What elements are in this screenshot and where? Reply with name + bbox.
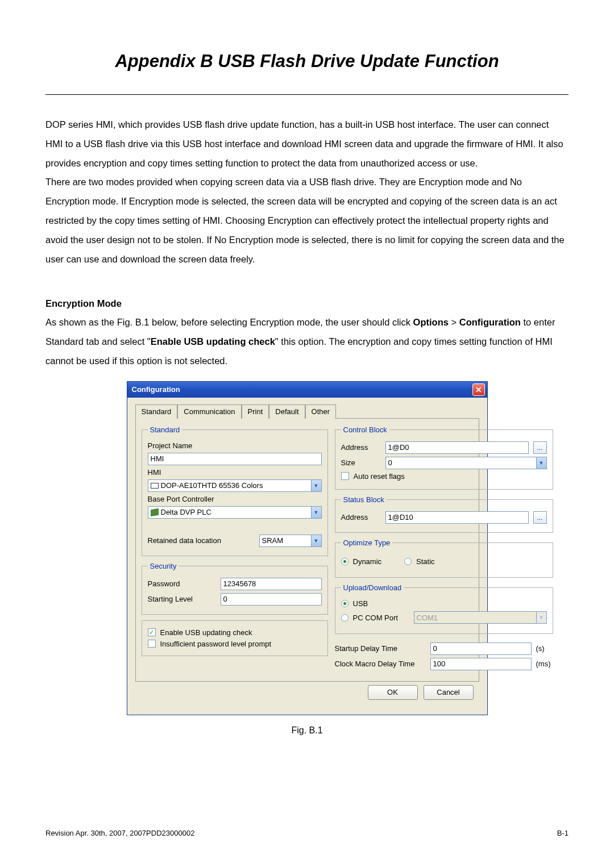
status-block-group: Status Block Address … [335,495,553,533]
cancel-button[interactable]: Cancel [424,685,474,700]
tab-communication[interactable]: Communication [177,404,241,419]
cb-address-browse-button[interactable]: … [533,441,547,454]
tab-strip: Standard Communication Print Default Oth… [135,404,479,419]
dialog-titlebar: Configuration ✕ [127,382,487,398]
standard-group: Standard Project Name HMI DOP-AE10THTD 6… [142,425,328,556]
radio-icon [341,600,349,607]
optimize-dynamic-radio[interactable]: Dynamic [341,557,382,566]
hmi-combo[interactable]: DOP-AE10THTD 65536 Colors ▼ [148,479,322,492]
clock-delay-input[interactable] [430,658,532,670]
close-button[interactable]: ✕ [472,383,485,396]
upload-pc-radio[interactable]: PC COM Port [341,614,409,622]
upload-group: Upload/Download USB PC COM Port COM1 [335,583,553,634]
password-input[interactable] [221,578,322,590]
ok-button[interactable]: OK [368,685,418,700]
chevron-down-icon: ▼ [536,457,546,469]
base-port-label: Base Port Controller [148,495,214,503]
checkbox-icon [341,472,349,480]
footer-right: B-1 [557,829,569,837]
upload-usb-radio[interactable]: USB [341,599,547,608]
paragraph-2: There are two modes provided when copyin… [45,173,569,269]
body-text: DOP series HMI, which provides USB flash… [45,115,569,371]
clock-delay-unit: (ms) [536,660,553,668]
dialog-title: Configuration [132,385,180,394]
security-legend: Security [148,562,179,570]
auto-reset-label: Auto reset flags [354,472,405,481]
security-group: Security Password Starting Level [142,562,328,615]
insufficient-pwd-label: Insufficient password level prompt [160,640,272,648]
cb-address-input[interactable] [385,441,529,454]
startup-delay-label: Startup Delay Time [335,644,426,653]
paragraph-3: As shown as the Fig. B.1 below, before s… [45,313,569,370]
startup-delay-unit: (s) [536,644,553,653]
chevron-down-icon: ▼ [311,507,321,518]
optimize-group: Optimize Type Dynamic Static [335,539,553,578]
status-block-legend: Status Block [341,495,387,504]
cb-size-combo[interactable]: 0 ▼ [385,457,547,469]
starting-level-input[interactable] [221,593,322,606]
page-footer: Revision Apr. 30th, 2007, 2007PDD2300000… [45,829,569,837]
tab-print[interactable]: Print [242,404,269,419]
tab-default[interactable]: Default [269,404,305,419]
auto-reset-row[interactable]: Auto reset flags [341,472,547,481]
ellipsis-icon: … [537,444,543,451]
chevron-down-icon: ▼ [536,612,546,623]
retained-combo[interactable]: SRAM ▼ [259,535,322,547]
chevron-down-icon: ▼ [311,535,321,546]
paragraph-1: DOP series HMI, which provides USB flash… [45,115,569,173]
project-name-label: Project Name [148,441,193,450]
cb-size-label: Size [341,458,381,467]
project-name-input[interactable] [148,453,322,465]
section-heading: Encryption Mode [45,294,569,314]
sb-address-browse-button[interactable]: … [533,511,547,524]
close-icon: ✕ [475,385,482,394]
control-block-legend: Control Block [341,425,389,434]
radio-icon [404,558,412,565]
checkbox-icon: ✓ [148,628,156,636]
hmi-label: HMI [148,468,161,477]
radio-icon [341,558,349,565]
page-title: Appendix B USB Flash Drive Update Functi… [45,51,569,72]
figure-caption: Fig. B.1 [45,725,569,736]
starting-level-label: Starting Level [148,595,216,603]
password-label: Password [148,579,216,588]
cb-address-label: Address [341,443,381,452]
insufficient-pwd-row[interactable]: Insufficient password level prompt [148,640,322,648]
retained-label: Retained data location [148,536,255,545]
sb-address-label: Address [341,513,381,521]
com-port-combo: COM1 ▼ [414,611,547,624]
chevron-down-icon: ▼ [311,480,321,491]
clock-delay-label: Clock Macro Delay Time [335,660,426,668]
title-rule [45,94,569,95]
radio-icon [341,614,349,621]
tab-standard[interactable]: Standard [135,404,178,419]
tab-other[interactable]: Other [305,404,337,419]
hmi-icon [151,483,159,489]
plc-icon [151,508,159,516]
footer-left: Revision Apr. 30th, 2007, 2007PDD2300000… [45,829,194,837]
checkbox-icon [148,640,156,648]
sb-address-input[interactable] [385,511,529,524]
optimize-legend: Optimize Type [341,539,393,547]
startup-delay-input[interactable] [430,642,532,655]
configuration-dialog: Configuration ✕ Standard Communication P… [127,381,488,715]
enable-usb-row[interactable]: ✓ Enable USB updating check [148,628,322,637]
upload-legend: Upload/Download [341,583,404,592]
base-port-combo[interactable]: Delta DVP PLC ▼ [148,506,322,519]
standard-legend: Standard [148,425,182,434]
control-block-group: Control Block Address … Size 0 ▼ [335,425,553,490]
ellipsis-icon: … [537,514,543,521]
optimize-static-radio[interactable]: Static [404,557,435,566]
enable-usb-label: Enable USB updating check [160,628,252,637]
